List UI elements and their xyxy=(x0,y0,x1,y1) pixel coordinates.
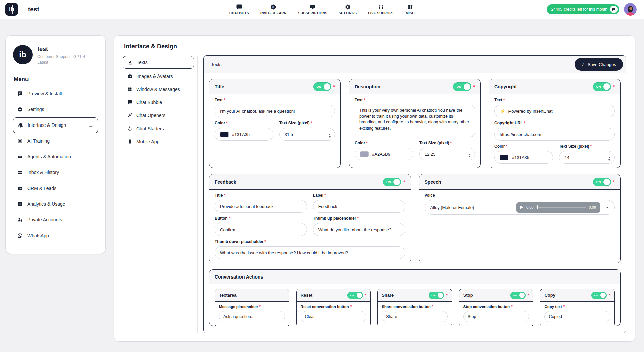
required-asterisk: * xyxy=(403,179,405,185)
topnav-item-chatbots[interactable]: CHATBOTS xyxy=(229,4,249,15)
share-button-text-input[interactable] xyxy=(382,311,448,322)
bar-chart-icon xyxy=(17,201,23,207)
subnav-label: Chat Starters xyxy=(136,126,164,131)
reset-toggle[interactable]: ON xyxy=(347,292,363,299)
title-text-input[interactable] xyxy=(215,105,335,117)
toggle-on-label: ON xyxy=(596,85,601,88)
share-toggle[interactable]: ON xyxy=(429,292,444,299)
speech-card: Speech ON * xyxy=(419,174,621,263)
feedback-toggle[interactable]: ON xyxy=(383,178,401,186)
copyright-size-input[interactable] xyxy=(559,151,615,164)
number-stepper[interactable] xyxy=(469,154,471,157)
sidebar-item-interface-design[interactable]: Interface & Design → xyxy=(13,117,98,133)
player-cursor[interactable] xyxy=(537,205,538,209)
topnav-item-misc[interactable]: MISC xyxy=(406,4,415,15)
feedback-thumb-up-field: Thumb up placeholder* xyxy=(313,216,405,236)
feedback-label-input[interactable] xyxy=(313,200,405,213)
bot-avatar[interactable]: ib xyxy=(13,45,33,64)
page-content: ib test Customer Support - GPT 4 - Lates… xyxy=(0,19,644,342)
sidebar-item-settings[interactable]: Settings xyxy=(13,102,98,117)
title-toggle[interactable]: ON xyxy=(313,82,331,91)
sidebar-item-ai-training[interactable]: AI Training xyxy=(13,133,98,149)
subnav-divider xyxy=(197,56,198,333)
sidebar-item-preview-install[interactable]: Preview & Install xyxy=(13,86,98,102)
stop-toggle[interactable]: ON xyxy=(510,292,526,299)
field-label: Stop conversation button xyxy=(463,305,510,309)
player-progress-bar[interactable] xyxy=(536,207,586,208)
sidebar-item-label: AI Training xyxy=(27,138,50,144)
copyright-url-input[interactable] xyxy=(494,128,615,141)
required-asterisk: * xyxy=(310,121,312,125)
number-stepper[interactable] xyxy=(608,157,610,161)
subnav-item-chat-starters[interactable]: Chat Starters xyxy=(123,122,194,135)
feedback-button-input[interactable] xyxy=(215,223,307,236)
sidebar-item-label: Private Accounts xyxy=(27,217,62,222)
sidebar-item-inbox-history[interactable]: Inbox & History xyxy=(13,165,98,181)
copyright-text-input[interactable]: ⚡ Powered by InsertChat xyxy=(494,105,615,117)
feedback-thumb-up-input[interactable] xyxy=(313,223,405,236)
voice-select[interactable]: Alloy (Male or Female) 0:00 0:06 xyxy=(425,200,615,215)
sidebar-item-crm-leads[interactable]: CRM & Leads xyxy=(13,181,98,196)
topnav-item-subscriptions[interactable]: SUBSCRIPTIONS xyxy=(298,4,327,15)
copyright-toggle[interactable]: ON xyxy=(593,82,611,91)
subnav-item-chat-bubble[interactable]: Chat Bubble xyxy=(123,96,194,109)
stop-button-text-input[interactable] xyxy=(463,311,529,322)
required-asterisk: * xyxy=(590,144,592,149)
dollar-icon: $ xyxy=(270,4,276,10)
main-card: Interface & Design Texts Images & Avatar… xyxy=(114,35,635,342)
resize-handle[interactable] xyxy=(470,132,473,136)
copyright-text-field: Text* ⚡ Powered by InsertChat xyxy=(494,98,615,117)
description-toggle[interactable]: ON xyxy=(453,82,471,91)
sidebar-item-agents-automation[interactable]: Agents & Automation xyxy=(13,149,98,165)
window-grid-icon xyxy=(127,87,132,92)
play-icon[interactable] xyxy=(520,206,523,209)
insertchat-logo[interactable]: ib xyxy=(5,3,18,16)
title-color-input[interactable]: #131A35 xyxy=(215,128,273,141)
number-stepper[interactable] xyxy=(329,134,331,138)
topnav-item-live-support[interactable]: LIVE SUPPORT xyxy=(368,4,394,15)
copy-text-input[interactable] xyxy=(544,311,610,322)
topnav-item-settings[interactable]: SETTINGS xyxy=(339,4,357,15)
bot-meta: test Customer Support - GPT 4 - Latest xyxy=(37,45,91,66)
speech-toggle[interactable]: ON xyxy=(593,178,611,186)
field-label: Color xyxy=(494,144,505,149)
credits-badge[interactable]: 24405 credits left for this month xyxy=(547,4,619,14)
description-size-input[interactable] xyxy=(419,148,475,160)
subnav-item-images-avatars[interactable]: Images & Avatars xyxy=(123,69,194,83)
copyright-color-input[interactable]: #131A35 xyxy=(494,151,553,164)
user-avatar[interactable] xyxy=(624,3,637,16)
title-size-input[interactable] xyxy=(279,128,335,141)
subnav-item-mobile-app[interactable]: Mobile App xyxy=(123,135,194,148)
title-text-field: Text* xyxy=(215,98,335,117)
subnav-item-texts[interactable]: Texts xyxy=(123,56,194,69)
logo-bar xyxy=(12,5,13,14)
sidebar-item-private-accounts[interactable]: Private Accounts xyxy=(13,212,98,228)
copy-toggle[interactable]: ON xyxy=(591,292,607,299)
sidebar-item-whatsapp[interactable]: WhatsApp xyxy=(13,228,98,244)
toggle-on-label: ON xyxy=(513,294,517,297)
color-swatch xyxy=(220,132,229,137)
message-placeholder-input[interactable] xyxy=(219,311,285,322)
inbox-icon xyxy=(17,170,23,175)
required-asterisk: * xyxy=(366,141,368,145)
description-color-input[interactable]: #A2A5B9 xyxy=(355,148,413,160)
subnav-item-window-messages[interactable]: Window & Messages xyxy=(123,83,194,96)
section-heading: Conversation Actions xyxy=(215,274,263,280)
reset-button-text-input[interactable] xyxy=(301,311,367,322)
subnav-item-chat-openers[interactable]: Chat Openers xyxy=(123,109,194,122)
sidebar-item-analytics-usage[interactable]: Analytics & Usage xyxy=(13,196,98,212)
feedback-button-field: Button* xyxy=(215,216,307,236)
chevron-down-icon[interactable] xyxy=(605,205,609,210)
description-text-input[interactable] xyxy=(355,105,475,137)
topnav-label: MISC xyxy=(406,11,415,15)
save-changes-button[interactable]: ✓ Save Changes xyxy=(575,58,623,71)
description-card: Description ON * xyxy=(349,79,481,168)
feedback-title-input[interactable] xyxy=(215,200,307,213)
feedback-card: Feedback ON * xyxy=(209,174,411,263)
toggle-on-label: ON xyxy=(457,85,461,88)
topnav-item-invite-earn[interactable]: $ INVITE & EARN xyxy=(260,4,287,15)
required-asterisk: * xyxy=(259,304,261,309)
typography-icon xyxy=(128,60,133,65)
feedback-thumb-down-input[interactable] xyxy=(215,246,405,259)
player-duration: 0:06 xyxy=(589,205,596,209)
